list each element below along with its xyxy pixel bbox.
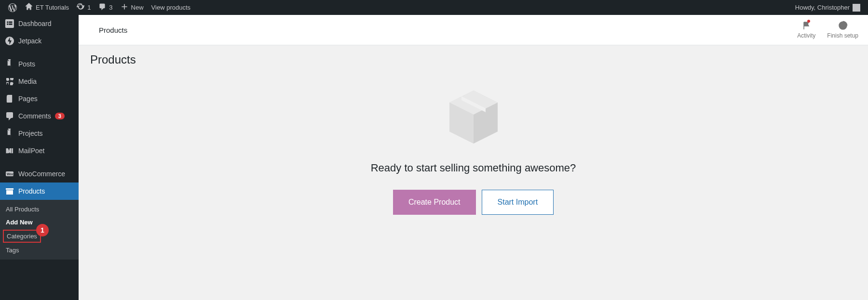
header-bar: Products Activity Finish setup [79,15,868,45]
site-name-label: ET Tutorials [36,4,69,11]
create-product-button[interactable]: Create Product [393,190,476,215]
comment-icon [98,3,106,12]
pin-icon [5,129,14,138]
annotation-badge: 1 [36,224,49,236]
sidebar-item-woocommerce[interactable]: Woo WooCommerce [0,165,79,183]
howdy-label: Howdy, Christopher [795,4,850,11]
annotation-highlight: Categories 1 [3,230,41,243]
svg-point-1 [6,78,9,81]
empty-state: Ready to start selling something awesome… [90,76,856,234]
woocommerce-icon: Woo [5,169,14,179]
dashboard-icon [5,19,14,28]
sidebar-item-label: Media [18,78,37,85]
pin-icon [5,59,14,69]
submenu-all-products[interactable]: All Products [0,203,79,216]
sidebar-item-comments[interactable]: Comments 3 [0,107,79,125]
empty-buttons: Create Product Start Import [393,190,554,215]
sidebar-item-posts[interactable]: Posts [0,55,79,73]
view-products-label: View products [151,4,190,11]
submenu-categories[interactable]: Categories [4,231,40,242]
submenu-tags[interactable]: Tags [0,244,79,257]
site-name-item[interactable]: ET Tutorials [21,0,73,15]
activity-button[interactable]: Activity [797,21,815,39]
comments-badge: 3 [55,113,65,119]
mailpoet-icon: M [5,146,14,156]
sidebar-item-projects[interactable]: Projects [0,125,79,142]
comments-item[interactable]: 3 [95,0,116,15]
updates-count: 1 [87,4,91,11]
updates-item[interactable]: 1 [73,0,95,15]
comments-count: 3 [109,4,112,11]
sidebar-item-label: Dashboard [18,20,52,27]
page-title: Products [90,53,856,66]
pages-icon [5,94,14,104]
sidebar-item-label: Products [18,187,45,195]
activity-label: Activity [797,32,815,39]
products-submenu: All Products Add New Categories 1 Tags [0,200,79,260]
empty-heading: Ready to start selling something awesome… [371,162,576,174]
products-icon [5,186,14,196]
new-label: New [131,4,144,11]
sidebar-item-media[interactable]: Media [0,73,79,90]
svg-rect-2 [7,95,12,103]
sidebar-item-label: Jetpack [18,37,41,45]
header-title: Products [88,26,127,34]
media-icon [5,77,14,86]
plus-icon [121,3,128,12]
view-products-item[interactable]: View products [148,0,194,15]
sidebar-item-jetpack[interactable]: Jetpack [0,32,79,50]
box-icon [445,86,502,150]
comment-icon [5,111,14,121]
sidebar-item-pages[interactable]: Pages [0,90,79,107]
sidebar: Dashboard Jetpack Posts Media Pages [0,15,79,300]
start-import-button[interactable]: Start Import [482,190,554,215]
sidebar-item-label: WooCommerce [18,170,65,178]
admin-bar: ET Tutorials 1 3 New View products Howdy… [0,0,868,15]
admin-bar-right: Howdy, Christopher [791,0,864,15]
sidebar-item-label: Projects [18,130,43,137]
sidebar-item-label: Comments [18,112,51,120]
sidebar-item-label: Pages [18,95,38,103]
refresh-icon [77,3,84,12]
finish-setup-label: Finish setup [827,32,858,39]
sidebar-item-label: MailPoet [18,147,44,155]
header-actions: Activity Finish setup [797,21,858,39]
finish-setup-button[interactable]: Finish setup [827,21,858,39]
new-item[interactable]: New [117,0,148,15]
svg-text:Woo: Woo [7,172,14,176]
sidebar-item-mailpoet[interactable]: M MailPoet [0,142,79,159]
admin-bar-left: ET Tutorials 1 3 New View products [4,0,194,15]
svg-text:M: M [6,147,12,155]
progress-icon [838,21,848,30]
wordpress-icon [8,3,17,13]
wordpress-logo-item[interactable] [4,0,21,15]
main-content: Products Activity Finish setup [79,15,868,300]
jetpack-icon [5,36,14,46]
sidebar-item-dashboard[interactable]: Dashboard [0,15,79,32]
sidebar-item-label: Posts [18,60,35,68]
avatar [853,4,860,12]
sidebar-item-products[interactable]: Products [0,183,79,200]
home-icon [25,3,33,12]
howdy-item[interactable]: Howdy, Christopher [791,0,864,15]
flag-icon [801,21,811,30]
